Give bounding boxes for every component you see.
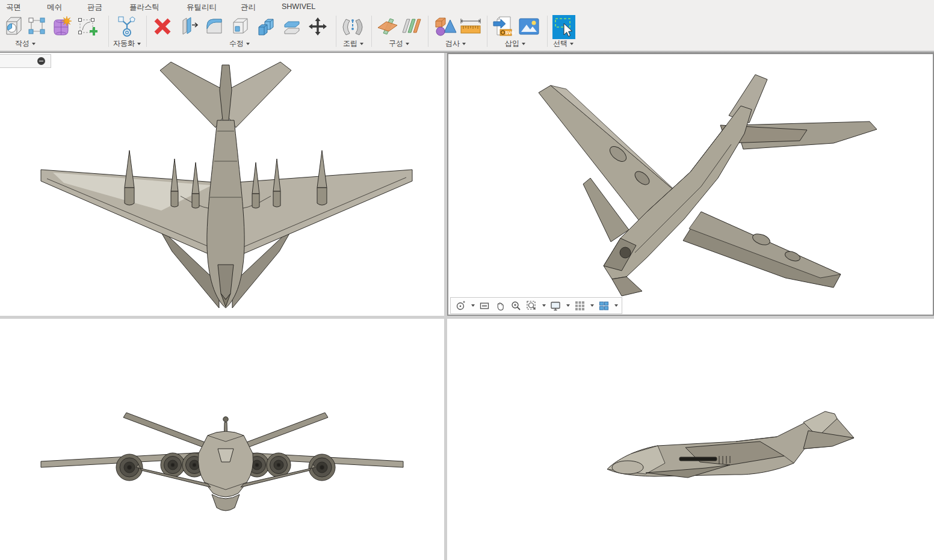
chevron-down-icon: [570, 43, 574, 45]
measure-icon[interactable]: [433, 16, 457, 37]
viewport-navigation-bar: [450, 297, 622, 314]
chevron-down-icon[interactable]: [542, 304, 546, 307]
chevron-down-icon: [360, 43, 363, 45]
viewport-side-view[interactable]: [447, 319, 934, 560]
zoom-window-icon[interactable]: [525, 300, 537, 312]
create-sketch-icon[interactable]: [77, 17, 97, 36]
automate-script-icon[interactable]: [116, 16, 138, 37]
airplane-model-front-view: [0, 319, 444, 560]
split-body-icon[interactable]: [282, 17, 302, 36]
shell-icon[interactable]: [230, 16, 250, 35]
toolbar-separator: [336, 16, 336, 47]
combine-icon[interactable]: [256, 17, 276, 35]
chevron-down-icon: [137, 43, 141, 45]
assemble-group-dropdown[interactable]: 조립: [343, 38, 363, 49]
delete-icon[interactable]: [153, 18, 172, 35]
svg-text:SVG: SVG: [506, 30, 515, 35]
insert-canvas-icon[interactable]: [518, 17, 540, 35]
insert-svg-icon[interactable]: SVG: [492, 15, 515, 38]
display-settings-icon[interactable]: [549, 300, 561, 312]
pan-icon[interactable]: [494, 300, 506, 312]
chevron-down-icon[interactable]: [471, 304, 475, 307]
insert-group-dropdown[interactable]: 삽입: [505, 38, 525, 49]
create-form-icon[interactable]: [51, 16, 72, 37]
tab-shwivel[interactable]: SHWIVEL: [282, 2, 315, 11]
joint-icon[interactable]: [341, 16, 365, 38]
toolbar-separator: [428, 16, 428, 47]
tab-plastic[interactable]: 플라스틱: [129, 2, 159, 13]
tab-mesh[interactable]: 메쉬: [47, 2, 62, 13]
create-group-dropdown[interactable]: 작성: [15, 38, 36, 49]
move-copy-icon[interactable]: [308, 16, 328, 37]
orbit-icon[interactable]: [454, 300, 466, 312]
press-pull-icon[interactable]: [179, 16, 199, 35]
construct-midplane-icon[interactable]: [377, 16, 398, 37]
viewport-top-view[interactable]: [0, 53, 444, 316]
airplane-model-side-view: [447, 319, 934, 560]
zoom-icon[interactable]: [510, 300, 522, 312]
toolbar-separator: [108, 16, 109, 47]
browser-collapse-icon[interactable]: [37, 57, 45, 65]
chevron-down-icon: [462, 43, 466, 45]
chevron-down-icon[interactable]: [614, 304, 618, 307]
construct-planes-icon[interactable]: [401, 16, 421, 37]
chevron-down-icon: [246, 43, 250, 45]
tab-manage[interactable]: 관리: [241, 2, 256, 13]
tab-sheetmetal[interactable]: 판금: [87, 2, 102, 13]
create-box-icon[interactable]: [5, 16, 23, 35]
edit-form-icon[interactable]: [28, 17, 46, 35]
inspect-group-dropdown[interactable]: 검사: [445, 38, 466, 49]
look-at-icon[interactable]: [478, 300, 490, 312]
chevron-down-icon: [406, 43, 409, 45]
chevron-down-icon: [32, 43, 36, 45]
toolbar-separator: [487, 16, 487, 47]
workspace-tab-bar: 곡면 메쉬 판금 플라스틱 유틸리티 관리 SHWIVEL: [0, 0, 934, 13]
fillet-icon[interactable]: [205, 16, 224, 35]
toolbar-separator: [371, 16, 372, 47]
viewport-front-view[interactable]: [0, 319, 444, 560]
measure-distance-icon[interactable]: [459, 17, 482, 35]
chevron-down-icon[interactable]: [590, 304, 594, 307]
browser-panel-collapsed: [0, 54, 51, 68]
airplane-model-top-view: [0, 53, 444, 316]
chevron-down-icon: [522, 43, 525, 45]
select-group-dropdown[interactable]: 선택: [553, 38, 574, 49]
airplane-model-perspective-view: [448, 54, 933, 315]
modify-group-dropdown[interactable]: 수정: [229, 38, 250, 49]
construct-group-dropdown[interactable]: 구성: [389, 38, 409, 49]
tab-surface[interactable]: 곡면: [6, 2, 21, 13]
viewport-perspective-view-active[interactable]: [447, 53, 934, 316]
chevron-down-icon[interactable]: [566, 304, 570, 307]
toolbar-separator: [547, 16, 548, 47]
tab-utilities[interactable]: 유틸리티: [187, 2, 217, 13]
grid-display-icon[interactable]: [574, 300, 586, 312]
automate-group-dropdown[interactable]: 자동화: [113, 38, 141, 49]
select-icon[interactable]: [552, 15, 575, 39]
fusion360-window: { "tab_bar": { "tabs": [ {"label": "곡면"}…: [0, 0, 934, 560]
viewports-icon[interactable]: [598, 300, 610, 312]
toolbar-separator: [146, 16, 147, 47]
